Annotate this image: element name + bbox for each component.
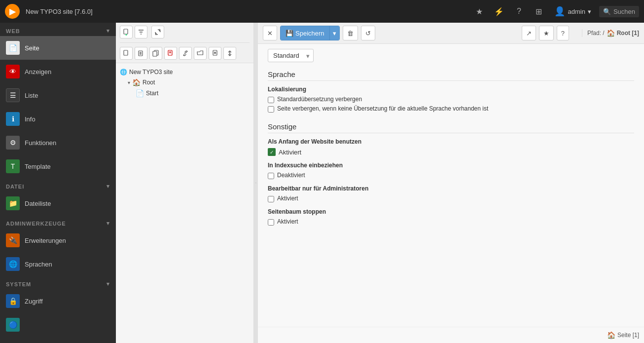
bookmark-icon[interactable]: ★ (471, 3, 487, 19)
save-main-button[interactable]: 💾 Speichern (281, 26, 329, 40)
page-edit-btn[interactable] (164, 47, 177, 60)
tree-collapse-icon[interactable]: ▾ (128, 80, 130, 85)
sidebar-item-extra[interactable]: 🔵 (0, 313, 116, 337)
web-chevron[interactable]: ▾ (107, 28, 110, 34)
user-menu[interactable]: 👤 admin ▾ (550, 4, 595, 19)
layout-select[interactable]: Standard Erweitert (268, 49, 314, 62)
site-icon: 🌐 (120, 69, 127, 76)
page-copy-btn[interactable] (149, 47, 162, 60)
sidebar-item-anzeigen[interactable]: 👁 Anzeigen (0, 60, 116, 83)
breadcrumb-prefix: Pfad: / (587, 30, 605, 37)
sprache-title: Sprache (268, 70, 634, 81)
sidebar-item-erweiterungen[interactable]: 🔌 Erweiterungen (0, 229, 116, 252)
save-chevron: ▾ (333, 30, 336, 37)
website-start-group: Als Anfang der Website benutzen ✓ Aktivi… (268, 138, 634, 156)
page-delete-btn[interactable] (209, 47, 221, 60)
root-label: Root (143, 79, 155, 86)
indexsuche-group: In Indexsuche einbeziehen Deaktiviert (268, 162, 634, 179)
favorite-button[interactable]: ★ (539, 26, 554, 40)
tree-root-group: ▾ 🏠 Root 📄 Start (118, 77, 251, 99)
check-aktiviert3-label[interactable]: Aktiviert (277, 218, 298, 225)
new-page-button[interactable] (120, 26, 133, 38)
refresh-button[interactable] (151, 26, 164, 38)
lightning-icon[interactable]: ⚡ (491, 3, 507, 19)
info-icon: ℹ (6, 112, 20, 126)
check-aktiviert2-input[interactable] (268, 196, 274, 202)
sidebar-item-zugriff[interactable]: 🔒 Zugriff (0, 289, 116, 313)
check-verbergen-input[interactable] (268, 106, 274, 113)
delete-button[interactable]: 🗑 (343, 26, 358, 40)
close-button[interactable]: ✕ (263, 26, 277, 40)
root-page-icon: 🏠 (132, 78, 141, 86)
sidebar-section-web: WEB ▾ (0, 23, 116, 36)
content-footer: 🏠 Seite [1] (258, 327, 644, 343)
filter-button[interactable] (135, 26, 147, 38)
sidebar-item-template[interactable]: T Template (0, 154, 116, 178)
datei-chevron[interactable]: ▾ (107, 183, 110, 190)
footer-page-icon: 🏠 (607, 331, 615, 339)
funktionen-label: Funktionen (25, 139, 56, 147)
save-dropdown-button[interactable]: ▾ (329, 26, 339, 40)
footer-breadcrumb-text: Seite [1] (617, 332, 639, 339)
tree-root-item[interactable]: ▾ 🏠 Root (126, 77, 251, 88)
page-link-btn[interactable] (179, 47, 192, 60)
page-folder-btn[interactable] (194, 47, 207, 60)
logo-icon: ▶ (5, 4, 20, 19)
seitenbaum-group: Seitenbaum stoppen Aktiviert (268, 208, 634, 226)
search-label: Suchen (613, 8, 635, 15)
app-title: New TYPO3 site [7.6.0] (26, 8, 93, 15)
main-layout: WEB ▾ 📄 Seite 👁 Anzeigen ☰ Liste ℹ Info … (0, 23, 644, 343)
template-icon: T (6, 159, 20, 173)
admin-only-group: Bearbeitbar nur für Administratoren Akti… (268, 185, 634, 202)
dateiliste-label: Dateiliste (25, 200, 51, 207)
sidebar-item-liste[interactable]: ☰ Liste (0, 83, 116, 107)
grid-icon[interactable]: ⊞ (531, 3, 546, 19)
breadcrumb-item: Root [1] (617, 30, 639, 37)
sidebar-item-info[interactable]: ℹ Info (0, 107, 116, 131)
website-start-label: Als Anfang der Website benutzen (268, 138, 634, 145)
check-aktiviert2-label[interactable]: Aktiviert (277, 195, 298, 202)
seitenbaum-label: Seitenbaum stoppen (268, 208, 634, 215)
check-verbergen-label[interactable]: Seite verbergen, wenn keine Übersetzung … (277, 105, 488, 112)
search-bar[interactable]: 🔍 Suchen (599, 6, 639, 17)
check-standarduebersetzung-label[interactable]: Standardübersetzung verbergen (277, 96, 362, 103)
open-button[interactable]: ↗ (522, 26, 536, 40)
panel-divider[interactable]: · (254, 23, 258, 343)
content-help-button[interactable]: ? (557, 26, 569, 40)
sidebar-section-datei: DATEI ▾ (0, 178, 116, 191)
tree-site-item[interactable]: 🌐 New TYPO3 site (118, 67, 251, 77)
undo-button[interactable]: ↺ (361, 26, 375, 40)
delete-icon: 🗑 (347, 30, 354, 37)
extra-icon: 🔵 (6, 318, 20, 332)
user-label: admin (568, 8, 585, 15)
lokalisierung-group: Lokalisierung Standardübersetzung verber… (268, 86, 634, 113)
page-new-btn[interactable] (120, 47, 133, 60)
search-icon: 🔍 (603, 8, 611, 15)
check-aktiviert3-input[interactable] (268, 219, 274, 226)
sidebar-item-funktionen[interactable]: ⚙ Funktionen (0, 131, 116, 154)
sidebar-item-sprachen[interactable]: 🌐 Sprachen (0, 252, 116, 276)
check-standarduebersetzung-input[interactable] (268, 97, 274, 103)
page-cut-btn[interactable] (135, 47, 147, 60)
tree-children: 📄 Start (126, 88, 251, 99)
undo-icon: ↺ (365, 30, 371, 37)
page-move-btn[interactable] (223, 47, 236, 60)
help-icon[interactable]: ? (511, 3, 527, 19)
check-deaktiviert-label[interactable]: Deaktiviert (277, 172, 305, 179)
tree-start-item[interactable]: 📄 Start (134, 88, 251, 99)
layout-select-row: Standard Erweitert (268, 49, 634, 62)
dateiliste-icon: 📁 (6, 196, 20, 210)
sprachen-label: Sprachen (25, 261, 52, 268)
lokalisierung-label: Lokalisierung (268, 86, 634, 93)
anzeigen-label: Anzeigen (25, 68, 51, 76)
sidebar-item-seite[interactable]: 📄 Seite (0, 36, 116, 60)
admin-chevron[interactable]: ▾ (107, 220, 110, 227)
sidebar-item-dateiliste[interactable]: 📁 Dateiliste (0, 191, 116, 215)
sprachen-icon: 🌐 (6, 257, 20, 271)
zugriff-label: Zugriff (25, 298, 43, 305)
check-deaktiviert-input[interactable] (268, 173, 274, 179)
svg-line-16 (184, 52, 186, 54)
template-label: Template (25, 163, 51, 170)
system-chevron[interactable]: ▾ (107, 281, 110, 287)
funktionen-icon: ⚙ (6, 136, 20, 150)
